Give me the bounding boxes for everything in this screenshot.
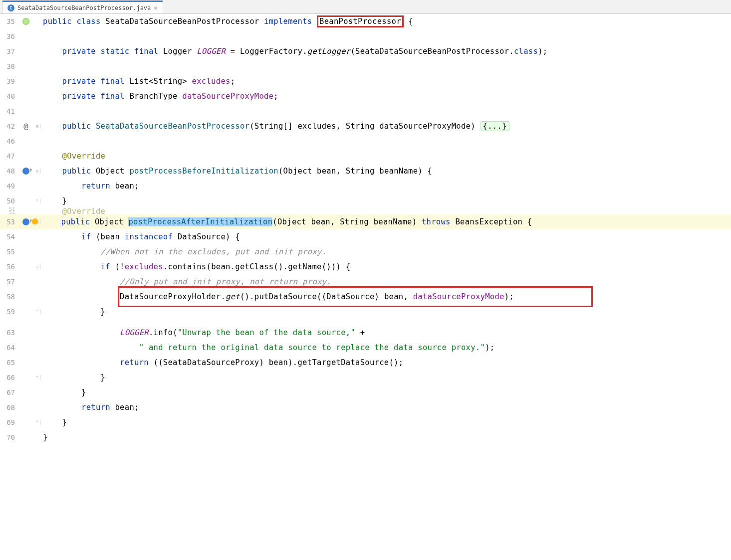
fold-handle[interactable]: ⌃ (34, 198, 41, 203)
code-row[interactable]: 47 @Override (0, 149, 731, 164)
line-number[interactable]: 68 (0, 403, 18, 411)
close-icon[interactable]: × (154, 4, 157, 11)
line-number[interactable]: 67 (0, 388, 18, 396)
code-row[interactable]: 37 private static final Logger LOGGER = … (0, 44, 731, 59)
line-number[interactable]: 46 (0, 137, 18, 145)
line-number[interactable]: 36 (0, 32, 18, 40)
at-gutter-icon[interactable]: @ (23, 122, 28, 131)
line-number[interactable]: 35 (0, 17, 18, 25)
code-row[interactable]: 59⌃ } (0, 304, 731, 319)
code-text[interactable]: } (41, 433, 731, 442)
code-row[interactable]: 55 //When not in the excludes, put and i… (0, 244, 731, 259)
code-text[interactable]: //When not in the excludes, put and init… (41, 247, 731, 256)
code-row[interactable]: 70} (0, 430, 731, 445)
line-number[interactable]: 40 (0, 92, 18, 100)
fold-handle[interactable]: ⊟ (34, 169, 41, 174)
code-row[interactable]: 36 (0, 29, 731, 44)
code-text[interactable]: if (!excludes.contains(bean.getClass().g… (41, 262, 731, 271)
code-text[interactable]: if (bean instanceof DataSource) { (41, 232, 731, 241)
code-text[interactable]: } (41, 418, 731, 427)
line-number[interactable]: 50 (0, 197, 18, 205)
fold-handle[interactable]: ⌃ (34, 375, 41, 380)
line-number[interactable]: 38 (0, 62, 18, 70)
code-text[interactable]: return bean; (41, 403, 731, 412)
code-text[interactable]: private final BranchType dataSourceProxy… (41, 92, 731, 101)
code-row[interactable]: 69⌃ } (0, 415, 731, 430)
line-number[interactable]: 41 (0, 107, 18, 115)
code-row[interactable]: 49 return bean; (0, 179, 731, 193)
code-row[interactable] (0, 319, 731, 325)
code-text[interactable]: } (41, 307, 731, 316)
code-row[interactable]: 53⊟ public Object postProcessAfterInitia… (0, 214, 731, 229)
code-row[interactable]: 67 } (0, 385, 731, 400)
code-text[interactable]: @Override (41, 207, 731, 216)
line-number[interactable]: 69 (0, 418, 18, 426)
line-number[interactable]: 64 (0, 344, 18, 352)
code-text[interactable]: } (41, 196, 731, 205)
code-row[interactable]: 64 " and return the original data source… (0, 340, 731, 355)
code-text[interactable]: private static final Logger LOGGER = Log… (41, 47, 731, 56)
code-text[interactable]: public Object postProcessAfterInitializa… (41, 217, 731, 226)
intention-bulb-icon[interactable] (32, 218, 38, 224)
override-icon[interactable] (22, 218, 29, 225)
line-number[interactable]: 66 (0, 373, 18, 381)
code-row[interactable]: 48⊟ public Object postProcessBeforeIniti… (0, 164, 731, 179)
code-row[interactable]: 39 private final List<String> excludes; (0, 74, 731, 89)
line-number[interactable]: 47 (0, 152, 18, 160)
override-icon[interactable] (22, 168, 29, 175)
code-row[interactable]: 40 private final BranchType dataSourcePr… (0, 89, 731, 104)
line-number[interactable]: 48 (0, 167, 18, 175)
code-text[interactable]: public class SeataDataSourceBeanPostProc… (41, 15, 731, 27)
code-row[interactable]: 42@⊞ public SeataDataSourceBeanPostProce… (0, 119, 731, 134)
code-row[interactable]: 56⊟ if (!excludes.contains(bean.getClass… (0, 259, 731, 274)
code-column[interactable]: 35public class SeataDataSourceBeanPostPr… (0, 14, 731, 560)
code-text[interactable]: DataSourceProxyHolder.get().putDataSourc… (41, 292, 731, 301)
fold-handle[interactable]: ⌃ (34, 420, 41, 425)
recursive-class-icon[interactable] (22, 18, 29, 25)
line-number[interactable]: 58 (0, 293, 18, 301)
code-text[interactable]: " and return the original data source to… (41, 343, 731, 352)
code-row[interactable]: 38 (0, 59, 731, 74)
line-number[interactable]: 5152 (0, 207, 18, 215)
code-row[interactable]: 58 DataSourceProxyHolder.get().putDataSo… (0, 289, 731, 304)
code-row[interactable]: 35public class SeataDataSourceBeanPostPr… (0, 14, 731, 29)
code-row[interactable]: 65 return ((SeataDataSourceProxy) bean).… (0, 355, 731, 370)
code-row[interactable]: 50⌃ } (0, 193, 731, 208)
line-number[interactable]: 54 (0, 233, 18, 241)
code-text[interactable]: public Object postProcessBeforeInitializ… (41, 167, 731, 176)
line-number[interactable]: 39 (0, 77, 18, 85)
tab-file[interactable]: C SeataDataSourceBeanPostProcessor.java … (2, 0, 163, 13)
line-number[interactable]: 42 (0, 122, 18, 130)
line-number[interactable]: 65 (0, 359, 18, 367)
line-number[interactable]: 56 (0, 263, 18, 271)
code-text[interactable]: LOGGER.info("Unwrap the bean of the data… (41, 328, 731, 337)
code-row[interactable]: 66⌃ } (0, 370, 731, 385)
line-number[interactable]: 57 (0, 278, 18, 286)
line-number[interactable]: 59 (0, 308, 18, 316)
code-text[interactable]: } (41, 388, 731, 397)
line-number[interactable]: 55 (0, 248, 18, 256)
code-text[interactable]: //Only put and init proxy, not return pr… (41, 277, 731, 286)
code-text[interactable]: } (41, 373, 731, 382)
line-number[interactable]: 70 (0, 433, 18, 441)
line-number[interactable]: 49 (0, 182, 18, 190)
code-text[interactable]: @Override (41, 152, 731, 161)
code-row[interactable]: 41 (0, 104, 731, 119)
code-text[interactable]: private final List<String> excludes; (41, 77, 731, 86)
fold-handle[interactable]: ⊞ (34, 124, 41, 129)
code-text[interactable]: return bean; (41, 182, 731, 190)
code-row[interactable]: 57 //Only put and init proxy, not return… (0, 274, 731, 289)
fold-handle[interactable]: ⌃ (34, 309, 41, 314)
code-row[interactable]: 46 (0, 134, 731, 149)
code-row[interactable]: 68 return bean; (0, 400, 731, 415)
line-number[interactable]: 53 (0, 218, 18, 226)
code-row[interactable]: 5152 @Override (0, 208, 731, 214)
line-number[interactable]: 37 (0, 47, 18, 55)
code-row[interactable]: 54 if (bean instanceof DataSource) { (0, 229, 731, 244)
code-text[interactable]: return ((SeataDataSourceProxy) bean).get… (41, 358, 731, 367)
code-row[interactable]: 63 LOGGER.info("Unwrap the bean of the d… (0, 325, 731, 340)
fold-handle[interactable]: ⊟ (34, 264, 41, 269)
folded-code-block[interactable]: {...} (481, 121, 509, 131)
line-number[interactable]: 63 (0, 329, 18, 337)
code-text[interactable]: public SeataDataSourceBeanPostProcessor(… (41, 122, 731, 131)
